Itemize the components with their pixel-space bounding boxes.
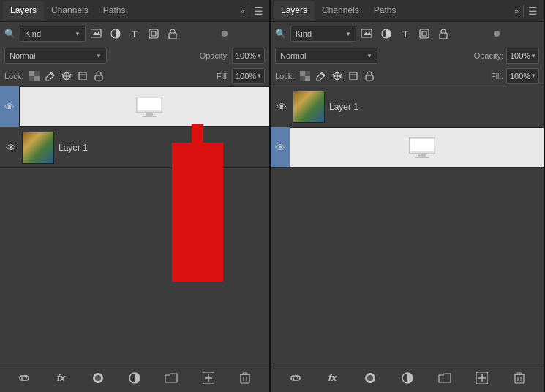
svg-rect-37 xyxy=(300,71,305,76)
right-layer1-visibility[interactable]: 👁 xyxy=(275,100,288,113)
right-tab-channels[interactable]: Channels xyxy=(315,1,367,20)
left-layer-colorfill-visibility[interactable]: 👁 xyxy=(4,100,15,113)
right-filter-dot[interactable] xyxy=(494,31,500,37)
right-opacity-group: Opacity: 100% ▼ xyxy=(474,48,539,64)
left-tab-paths[interactable]: Paths xyxy=(96,1,133,20)
filter-icon-circle[interactable] xyxy=(108,26,124,42)
left-toolbar-folder[interactable] xyxy=(162,369,181,388)
right-tab-layers[interactable]: Layers xyxy=(274,1,315,20)
right-toolbar-fx[interactable]: fx xyxy=(323,369,342,388)
right-filter-icon-circle[interactable] xyxy=(378,26,394,42)
right-lock-icon-move[interactable] xyxy=(331,69,344,83)
filter-dot[interactable] xyxy=(222,31,228,37)
right-toolbar-trash[interactable] xyxy=(510,369,529,388)
svg-rect-7 xyxy=(34,76,40,81)
right-blend-row: Normal ▼ Opacity: 100% ▼ xyxy=(271,45,544,66)
left-toolbar-fx[interactable]: fx xyxy=(51,369,70,388)
svg-rect-38 xyxy=(305,76,310,81)
right-blend-dropdown[interactable]: Normal ▼ xyxy=(275,48,377,64)
right-panel-menu[interactable]: ☰ xyxy=(525,5,541,17)
filter-icon-shape[interactable] xyxy=(146,26,162,42)
svg-point-19 xyxy=(95,375,101,381)
lock-icon-checker[interactable] xyxy=(28,69,41,83)
lock-icon-move[interactable] xyxy=(60,69,73,83)
left-opacity-group: Opacity: 100% ▼ xyxy=(200,48,265,64)
tab-divider xyxy=(249,5,249,17)
lock-icon-artboard[interactable] xyxy=(76,69,89,83)
svg-rect-15 xyxy=(138,98,161,110)
fill-arrow: ▼ xyxy=(256,72,262,79)
left-tab-channels[interactable]: Channels xyxy=(44,1,96,20)
right-bottom-toolbar: fx xyxy=(271,363,544,392)
kind-dropdown-arrow: ▼ xyxy=(75,31,80,37)
right-layer-colorfill-visibility[interactable]: 👁 xyxy=(275,141,285,154)
right-lock-icon-padlock[interactable] xyxy=(363,69,376,83)
left-layer1-visibility[interactable]: 👁 xyxy=(4,141,18,154)
filter-icon-image[interactable] xyxy=(89,26,105,42)
right-toolbar-add[interactable] xyxy=(473,369,492,388)
filter-icon-lock[interactable] xyxy=(165,26,181,42)
left-panel-arrows[interactable]: » xyxy=(237,7,247,15)
svg-rect-36 xyxy=(440,33,447,39)
svg-rect-39 xyxy=(305,71,310,76)
left-opacity-value[interactable]: 100% ▼ xyxy=(232,48,265,64)
right-opacity-arrow: ▼ xyxy=(530,53,536,59)
svg-marker-1 xyxy=(93,31,100,35)
right-tabs: Layers Channels Paths » ☰ xyxy=(271,0,544,22)
svg-rect-5 xyxy=(169,33,176,39)
right-filter-row: 🔍 Kind ▼ T xyxy=(271,22,544,45)
right-kind-label: Kind xyxy=(296,29,342,38)
right-panel-arrows[interactable]: » xyxy=(511,7,522,15)
filter-icon-text[interactable]: T xyxy=(127,26,143,42)
left-fill-value[interactable]: 100% ▼ xyxy=(232,68,265,84)
right-tab-divider xyxy=(523,5,524,17)
left-filter-row: 🔍 Kind ▼ T xyxy=(0,22,269,45)
right-lock-icon-checker[interactable] xyxy=(298,69,312,83)
right-filter-icon-shape[interactable] xyxy=(416,26,432,42)
right-layer-colorfill[interactable]: 👁 🔗 Color Fill 1 xyxy=(271,127,544,168)
right-toolbar-adjustment[interactable] xyxy=(398,369,417,388)
right-layer-1[interactable]: 👁 Layer 1 xyxy=(271,86,544,127)
svg-rect-6 xyxy=(29,71,34,76)
left-tab-layers[interactable]: Layers xyxy=(3,1,44,20)
right-filter-icon-lock[interactable] xyxy=(435,26,451,42)
left-toolbar-link[interactable] xyxy=(15,369,34,388)
right-filter-label: 🔍 xyxy=(275,29,286,39)
right-fill-number: 100% xyxy=(510,72,530,80)
left-toolbar-trash[interactable] xyxy=(236,369,255,388)
left-layers-list: 👁 🔗 Color Fill 1 👁 xyxy=(0,86,269,363)
left-layer-1[interactable]: 👁 Layer 1 xyxy=(0,127,269,168)
left-toolbar-adjustment[interactable] xyxy=(125,369,144,388)
right-lock-label: Lock: xyxy=(275,72,294,80)
right-fill-value[interactable]: 100% ▼ xyxy=(506,68,539,84)
svg-rect-47 xyxy=(418,154,426,157)
opacity-number: 100% xyxy=(236,51,256,60)
right-opacity-label: Opacity: xyxy=(474,51,503,60)
left-layer-colorfill[interactable]: 👁 🔗 Color Fill 1 xyxy=(0,86,269,127)
left-toolbar-circle[interactable] xyxy=(89,369,108,388)
left-layer1-thumb xyxy=(22,132,54,164)
right-fill-arrow: ▼ xyxy=(530,72,536,79)
left-blend-dropdown[interactable]: Normal ▼ xyxy=(4,48,107,64)
right-toolbar-folder[interactable] xyxy=(435,369,454,388)
right-opacity-value[interactable]: 100% ▼ xyxy=(506,48,539,64)
lock-icon-brush[interactable] xyxy=(44,69,57,83)
left-toolbar-add[interactable] xyxy=(199,369,218,388)
right-kind-dropdown[interactable]: Kind ▼ xyxy=(290,26,356,42)
opacity-label: Opacity: xyxy=(200,51,229,60)
lock-icon-padlock[interactable] xyxy=(92,69,105,83)
left-layer-colorfill-thumb xyxy=(19,86,269,127)
right-tab-paths[interactable]: Paths xyxy=(367,1,404,20)
right-filter-icon-image[interactable] xyxy=(359,26,375,42)
left-fill-group: Fill: 100% ▼ xyxy=(217,68,265,84)
right-toolbar-circle[interactable] xyxy=(361,369,380,388)
right-lock-icon-artboard[interactable] xyxy=(347,69,360,83)
right-toolbar-link[interactable] xyxy=(286,369,305,388)
svg-point-50 xyxy=(367,375,373,381)
right-lock-icon-brush[interactable] xyxy=(315,69,328,83)
left-kind-dropdown[interactable]: Kind ▼ xyxy=(20,26,86,42)
right-filter-icon-text[interactable]: T xyxy=(397,26,413,42)
left-panel-menu[interactable]: ☰ xyxy=(251,5,266,17)
right-layers-list: 👁 Layer 1 👁 🔗 Color Fill 1 xyxy=(271,86,544,363)
fill-label: Fill: xyxy=(217,72,229,80)
